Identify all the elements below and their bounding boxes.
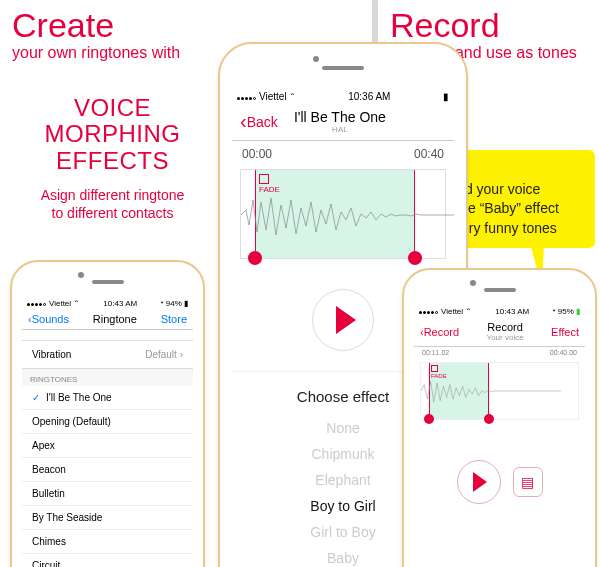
vibration-row[interactable]: Vibration Default › <box>22 340 193 369</box>
play-icon <box>336 306 356 334</box>
vibration-label: Vibration <box>32 349 71 360</box>
wifi-icon: ⌃ <box>73 299 80 308</box>
record-waveform-area[interactable]: FADE <box>420 362 579 420</box>
checkmark-icon: ✓ <box>32 392 40 403</box>
nav-bar: ‹ Record Record Your voice Effect <box>414 317 585 347</box>
waveform-icon <box>241 190 454 240</box>
voice-sub-1: Asign different ringtone <box>10 186 215 204</box>
voice-line-2: MORPHING <box>10 121 215 147</box>
ringtone-row[interactable]: Bulletin <box>22 482 193 506</box>
record-time-row: 00:11.02 00:40.00 <box>414 347 585 358</box>
voice-line-3: EFFECTS <box>10 148 215 174</box>
carrier-label: Viettel <box>49 299 71 308</box>
back-label: Record <box>424 326 459 338</box>
ringtone-row[interactable]: Opening (Default) <box>22 410 193 434</box>
ringtone-row[interactable]: Apex <box>22 434 193 458</box>
nav-title: Record Your voice <box>459 321 551 342</box>
trim-handle-right[interactable] <box>484 414 494 424</box>
signal-dots-icon <box>237 91 257 102</box>
voice-sub-2: to different contacts <box>10 204 215 222</box>
status-time: 10:43 AM <box>103 299 137 308</box>
status-time: 10:36 AM <box>348 91 390 102</box>
nav-bar: ‹ Sounds Ringtone Store <box>22 309 193 330</box>
carrier-label: Viettel <box>441 307 463 316</box>
nav-subtitle: Your voice <box>459 333 551 342</box>
create-title: Create <box>12 8 370 42</box>
phone-speaker <box>92 280 124 284</box>
waveform-area[interactable]: FADE <box>240 169 446 259</box>
status-bar: Viettel ⌃ 10:43 AM * 94% ▮ <box>22 298 193 309</box>
time-end: 00:40 <box>414 147 444 161</box>
play-button[interactable] <box>457 460 501 504</box>
checkbox-icon <box>431 365 438 372</box>
battery-icon: ▮ <box>443 91 449 102</box>
ringtone-row[interactable]: Chimes <box>22 530 193 554</box>
ringtone-row[interactable]: Circuit <box>22 554 193 567</box>
signal-dots-icon <box>27 299 47 308</box>
wifi-icon: ⌃ <box>289 92 296 101</box>
back-label: Back <box>247 114 278 130</box>
record-title: Record <box>390 8 600 42</box>
phone-a-screen: Viettel ⌃ 10:43 AM * 94% ▮ ‹ Sounds Ring… <box>22 298 193 567</box>
back-button[interactable]: ‹ Back <box>240 110 278 133</box>
rec-time-start: 00:11.02 <box>422 349 449 356</box>
carrier-label: Viettel <box>259 91 287 102</box>
ringtone-row[interactable]: By The Seaside <box>22 506 193 530</box>
chevron-right-icon: › <box>180 349 183 360</box>
status-time: 10:43 AM <box>495 307 529 316</box>
nav-subtitle: HAL <box>278 125 402 134</box>
trim-handle-right[interactable] <box>408 251 422 265</box>
nav-title: Ringtone <box>69 313 161 325</box>
trim-handle-left[interactable] <box>248 251 262 265</box>
status-bar: Viettel ⌃ 10:43 AM * 95% ▮ <box>414 306 585 317</box>
save-icon: ▤ <box>521 474 534 490</box>
checkbox-icon <box>259 174 269 184</box>
phone-camera <box>313 56 319 62</box>
waveform-icon <box>421 375 561 407</box>
play-icon <box>473 472 487 492</box>
save-button[interactable]: ▤ <box>513 467 543 497</box>
ringtones-section-header: RINGTONES <box>22 369 193 386</box>
rec-time-end: 00:40.00 <box>550 349 577 356</box>
battery-status: * 95% ▮ <box>552 307 580 316</box>
phone-speaker <box>484 288 516 292</box>
trim-handle-left[interactable] <box>424 414 434 424</box>
effect-button[interactable]: Effect <box>551 326 579 338</box>
phone-camera <box>78 272 84 278</box>
chevron-left-icon: ‹ <box>240 110 247 133</box>
phone-c-screen: Viettel ⌃ 10:43 AM * 95% ▮ ‹ Record Reco… <box>414 306 585 567</box>
nav-bar: ‹ Back I'll Be The One HAL <box>232 103 454 141</box>
play-button[interactable] <box>312 289 374 351</box>
battery-status: * 94% ▮ <box>160 299 188 308</box>
signal-dots-icon <box>419 307 439 316</box>
back-button[interactable]: ‹ Record <box>420 326 459 338</box>
back-label: Sounds <box>32 313 69 325</box>
phone-camera <box>470 280 476 286</box>
voice-line-1: VOICE <box>10 95 215 121</box>
record-controls-row: ▤ <box>414 460 585 504</box>
ringtone-row[interactable]: Beacon <box>22 458 193 482</box>
back-button[interactable]: ‹ Sounds <box>28 313 69 325</box>
phone-speaker <box>322 66 364 70</box>
time-start: 00:00 <box>242 147 272 161</box>
nav-title: I'll Be The One HAL <box>278 109 402 134</box>
phone-ringtone-list: Viettel ⌃ 10:43 AM * 94% ▮ ‹ Sounds Ring… <box>10 260 205 567</box>
ringtone-row-selected[interactable]: ✓I'll Be The One <box>22 386 193 410</box>
voice-morphing-block: VOICE MORPHING EFFECTS Asign different r… <box>10 95 215 223</box>
store-button[interactable]: Store <box>161 313 187 325</box>
phone-record: Viettel ⌃ 10:43 AM * 95% ▮ ‹ Record Reco… <box>402 268 597 567</box>
status-bar: Viettel ⌃ 10:36 AM ▮ <box>232 90 454 103</box>
time-row: 00:00 00:40 <box>232 141 454 167</box>
wifi-icon: ⌃ <box>465 307 472 316</box>
